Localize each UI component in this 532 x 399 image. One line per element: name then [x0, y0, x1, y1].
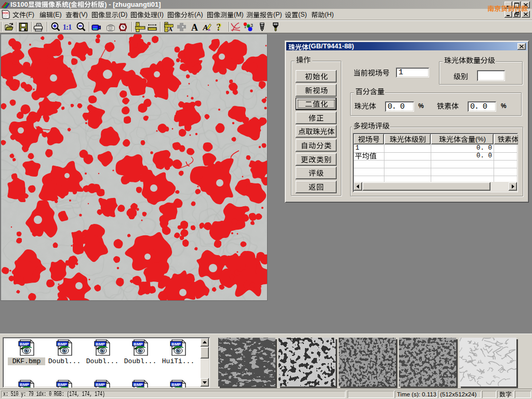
- svg-text:3: 3: [250, 23, 253, 28]
- svg-text:BMP: BMP: [58, 342, 67, 347]
- svg-text:BMP: BMP: [58, 382, 67, 387]
- svg-text:1:1: 1:1: [63, 23, 72, 31]
- svg-text:BMP: BMP: [171, 382, 181, 387]
- svg-text:1: 1: [244, 24, 247, 29]
- svg-text:BMP: BMP: [96, 342, 105, 347]
- svg-text:BMP: BMP: [134, 382, 143, 387]
- svg-text:BMP: BMP: [20, 382, 29, 387]
- svg-text:DOC: DOC: [2, 11, 9, 15]
- svg-text:BMP: BMP: [171, 342, 181, 347]
- svg-text:A: A: [202, 23, 208, 32]
- svg-text:?: ?: [217, 22, 222, 32]
- svg-text:BMP: BMP: [96, 382, 105, 387]
- svg-text:A: A: [191, 22, 198, 33]
- svg-text:A: A: [168, 26, 172, 32]
- svg-text:BMP: BMP: [20, 342, 29, 347]
- svg-text:BMP: BMP: [134, 342, 143, 347]
